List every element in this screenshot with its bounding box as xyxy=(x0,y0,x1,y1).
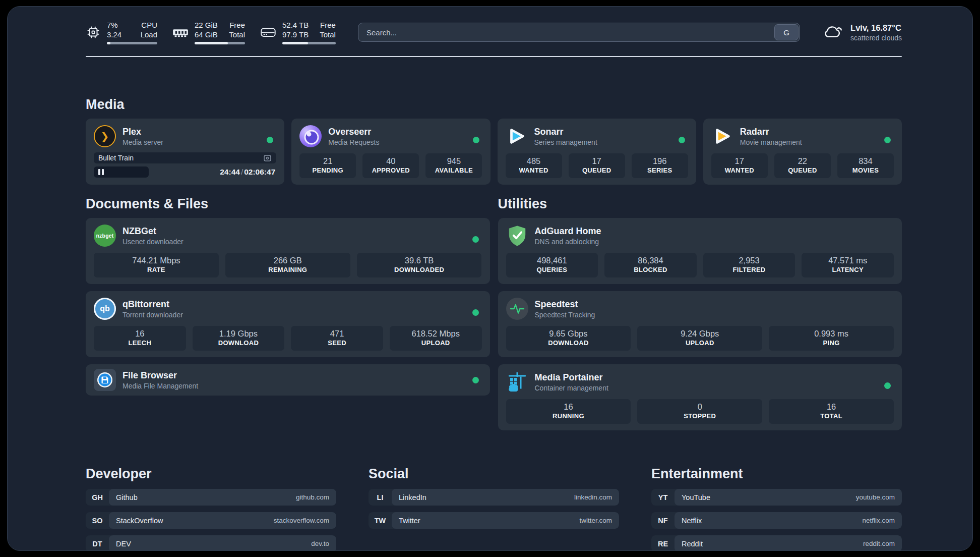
filebrowser-icon xyxy=(94,369,116,391)
link-name: DEV xyxy=(116,540,131,548)
plex-icon: ❯ xyxy=(94,125,116,147)
link-youtube[interactable]: YT YouTube youtube.com xyxy=(651,489,902,506)
cpu-stat: 7% 3.24 CPU Load xyxy=(86,20,157,44)
stat-filtered: 2,953FILTERED xyxy=(703,253,795,277)
link-name: LinkedIn xyxy=(399,493,426,502)
link-badge: LI xyxy=(369,489,392,506)
app-card-qbittorrent[interactable]: qb qBittorrent Torrent downloader 16LEEC… xyxy=(86,291,490,357)
link-linkedin[interactable]: LI LinkedIn linkedin.com xyxy=(369,489,619,506)
adguard-icon xyxy=(506,225,528,247)
app-title: Sonarr xyxy=(534,126,597,138)
link-stackoverflow[interactable]: SO StackOverflow stackoverflow.com xyxy=(86,512,336,529)
app-title: Plex xyxy=(122,126,163,138)
link-url: youtube.com xyxy=(856,493,895,501)
cloud-icon xyxy=(822,23,843,41)
status-dot-online xyxy=(679,137,685,143)
app-subtitle: DNS and adblocking xyxy=(535,237,601,246)
app-card-speedtest[interactable]: Speedtest Speedtest Tracking 9.65 GbpsDO… xyxy=(498,291,902,357)
stat-blocked: 86,384BLOCKED xyxy=(604,253,697,277)
cast-icon xyxy=(263,154,272,162)
link-dev-to[interactable]: DT DEV dev.to xyxy=(86,535,336,551)
app-card-overseerr[interactable]: Overseerr Media Requests 21PENDING 40APP… xyxy=(291,119,490,185)
section-title-documents: Documents & Files xyxy=(86,196,490,212)
link-name: StackOverflow xyxy=(116,517,163,525)
storage-progress-bar xyxy=(282,42,336,44)
stat-seed: 471SEED xyxy=(291,326,383,351)
link-name: YouTube xyxy=(682,493,710,502)
link-twitter[interactable]: TW Twitter twitter.com xyxy=(369,512,619,529)
qbittorrent-icon: qb xyxy=(94,298,116,320)
memory-total: 64 GiB xyxy=(195,30,218,39)
stat-rate: 744.21 MbpsRATE xyxy=(94,253,219,277)
link-url: twitter.com xyxy=(579,517,612,524)
app-subtitle: Movie management xyxy=(740,138,802,147)
playback-time: 24:44/02:06:47 xyxy=(220,166,275,178)
link-github[interactable]: GH Github github.com xyxy=(86,489,336,506)
app-card-radarr[interactable]: Radarr Movie management 17WANTED 22QUEUE… xyxy=(703,119,902,185)
weather-location-temp: Lviv, 16.87°C xyxy=(850,23,902,33)
link-reddit[interactable]: RE Reddit reddit.com xyxy=(651,535,902,551)
stat-ping: 0.993 msPING xyxy=(769,326,894,351)
search-engine-button[interactable]: G xyxy=(774,24,799,40)
app-card-nzbget[interactable]: nzbget NZBGet Usenet downloader 744.21 M… xyxy=(86,218,490,284)
search-bar: G xyxy=(358,23,800,42)
radarr-icon xyxy=(711,125,733,147)
app-title: AdGuard Home xyxy=(535,226,601,237)
storage-free: 52.4 TB xyxy=(282,20,309,30)
app-card-filebrowser[interactable]: File Browser Media File Management xyxy=(86,364,490,396)
documents-column: Documents & Files nzbget NZBGet Usenet d… xyxy=(86,196,490,437)
memory-stat: 22 GiB 64 GiB Free Total xyxy=(172,20,245,44)
link-url: netflix.com xyxy=(862,517,895,524)
cpu-load: 3.24 xyxy=(107,30,121,39)
storage-label-1: Free xyxy=(320,20,336,30)
link-url: stackoverflow.com xyxy=(274,517,329,524)
link-url: dev.to xyxy=(311,540,329,547)
app-title: Overseerr xyxy=(328,126,379,138)
link-badge: GH xyxy=(86,489,109,506)
stat-leech: 16LEECH xyxy=(94,326,186,351)
app-title: Media Portainer xyxy=(535,372,608,383)
app-subtitle: Media server xyxy=(122,138,163,147)
nzbget-icon: nzbget xyxy=(94,225,116,247)
app-card-plex[interactable]: ❯ Plex Media server Bullet Train xyxy=(86,119,284,185)
memory-icon xyxy=(172,26,189,38)
link-badge: SO xyxy=(86,512,109,529)
stat-available: 945AVAILABLE xyxy=(425,153,482,178)
app-subtitle: Media Requests xyxy=(328,138,379,147)
now-playing-bar: Bullet Train xyxy=(94,152,276,163)
status-dot-online xyxy=(884,137,891,143)
status-dot-online xyxy=(884,382,891,389)
app-subtitle: Container management xyxy=(535,383,608,393)
app-title: Speedtest xyxy=(535,299,595,310)
link-netflix[interactable]: NF Netflix netflix.com xyxy=(651,512,902,529)
app-subtitle: Speedtest Tracking xyxy=(535,310,595,319)
app-title: File Browser xyxy=(122,370,198,381)
memory-label-1: Free xyxy=(229,20,245,30)
app-card-portainer[interactable]: Media Portainer Container management 16R… xyxy=(498,364,902,430)
storage-label-2: Total xyxy=(320,30,336,39)
cpu-icon xyxy=(86,25,101,40)
status-dot-online xyxy=(473,137,479,143)
section-title-utilities: Utilities xyxy=(498,196,902,212)
app-card-adguard[interactable]: AdGuard Home DNS and adblocking 498,461Q… xyxy=(498,218,902,284)
app-subtitle: Torrent downloader xyxy=(122,310,183,319)
cpu-label-1: CPU xyxy=(141,20,157,30)
section-title-social: Social xyxy=(369,466,619,482)
link-badge: DT xyxy=(86,535,109,551)
memory-label-2: Total xyxy=(229,30,245,39)
link-badge: YT xyxy=(651,489,675,506)
stat-downloaded: 39.6 TBDOWNLOADED xyxy=(357,253,482,277)
stat-latency: 47.571 msLATENCY xyxy=(802,253,894,277)
link-badge: TW xyxy=(369,512,392,529)
app-subtitle: Series management xyxy=(534,138,597,147)
app-card-sonarr[interactable]: Sonarr Series management 485WANTED 17QUE… xyxy=(498,119,696,185)
app-subtitle: Media File Management xyxy=(122,381,198,391)
search-input[interactable] xyxy=(358,23,800,42)
storage-stat: 52.4 TB 97.9 TB Free Total xyxy=(260,20,336,44)
stat-upload: 618.52 MbpsUPLOAD xyxy=(390,326,482,351)
dashboard-window: 7% 3.24 CPU Load xyxy=(7,6,973,551)
status-dot-online xyxy=(472,377,479,383)
stat-stopped: 0STOPPED xyxy=(637,399,762,424)
top-bar: 7% 3.24 CPU Load xyxy=(86,18,902,47)
app-title: Radarr xyxy=(740,126,802,138)
